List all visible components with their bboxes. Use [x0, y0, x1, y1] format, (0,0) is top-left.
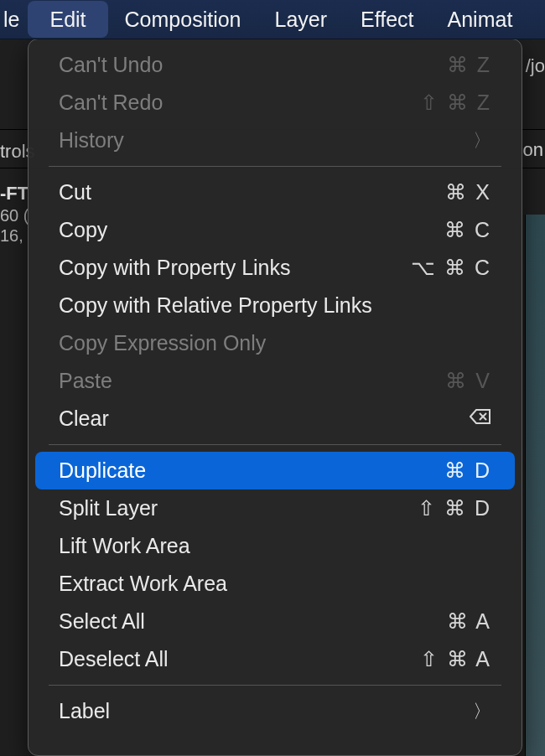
menu-layer[interactable]: Layer [258, 1, 345, 38]
menu-item-label: Copy with Relative Property Links [59, 293, 491, 318]
panel-tab-right-partial: on [523, 139, 543, 161]
menu-item-label: Can't Undo [59, 53, 447, 77]
viewer-strip [525, 215, 545, 756]
menu-item-lift-work-area[interactable]: Lift Work Area [35, 527, 515, 565]
menu-item-label: Split Layer [59, 496, 418, 520]
menu-item-label-submenu[interactable]: Label 〉 [35, 692, 515, 730]
menu-item-label: Duplicate [59, 458, 444, 483]
menu-effect[interactable]: Effect [344, 1, 430, 38]
menu-item-copy-relative-links[interactable]: Copy with Relative Property Links [35, 287, 515, 324]
menu-item-redo: Can't Redo ⇧ ⌘ Z [35, 84, 515, 122]
menu-file-partial[interactable]: le [3, 1, 28, 38]
menu-item-label: Cut [59, 180, 445, 205]
clear-icon [470, 408, 491, 430]
menu-item-label: Extract Work Area [59, 572, 491, 596]
menu-item-shortcut: ⌘ D [444, 458, 491, 483]
menu-item-label: Paste [59, 369, 445, 393]
menu-animation-partial[interactable]: Animat [431, 1, 513, 38]
menu-composition[interactable]: Composition [108, 1, 258, 38]
menu-item-shortcut: ⌘ V [445, 369, 491, 393]
menu-item-label: Clear [59, 406, 470, 431]
menu-item-copy-expression: Copy Expression Only [35, 324, 515, 362]
menu-item-deselect-all[interactable]: Deselect All ⇧ ⌘ A [35, 640, 515, 678]
menu-item-shortcut: ⌘ C [444, 218, 491, 242]
menu-item-undo: Can't Undo ⌘ Z [35, 46, 515, 84]
menu-edit[interactable]: Edit [28, 1, 107, 38]
menu-item-label: History [59, 128, 473, 153]
left-panel-60-partial: 60 ( [0, 206, 29, 225]
edit-menu-dropdown: Can't Undo ⌘ Z Can't Redo ⇧ ⌘ Z History … [28, 39, 522, 756]
chevron-right-icon: 〉 [473, 699, 491, 724]
menu-separator [49, 166, 501, 167]
menu-item-label: Lift Work Area [59, 534, 491, 558]
menu-item-shortcut: ⌥ ⌘ C [411, 256, 491, 280]
menu-item-shortcut: ⇧ ⌘ A [420, 647, 491, 671]
menu-item-select-all[interactable]: Select All ⌘ A [35, 603, 515, 640]
titlebar-path-partial: /jo [526, 55, 545, 77]
menu-item-shortcut: ⇧ ⌘ Z [420, 91, 491, 115]
menu-item-extract-work-area[interactable]: Extract Work Area [35, 565, 515, 603]
menu-bar: le Edit Composition Layer Effect Animat [0, 0, 545, 39]
menu-item-label: Copy [59, 218, 444, 242]
menu-item-label: Copy with Property Links [59, 256, 411, 280]
menu-item-clear[interactable]: Clear [35, 400, 515, 438]
menu-item-paste: Paste ⌘ V [35, 362, 515, 400]
menu-item-shortcut: ⌘ A [447, 609, 491, 634]
menu-separator [49, 444, 501, 445]
menu-item-history: History 〉 [35, 122, 515, 159]
menu-separator [49, 685, 501, 686]
left-panel-16-partial: 16, [0, 226, 23, 246]
menu-item-shortcut: ⇧ ⌘ D [418, 496, 491, 520]
menu-item-copy[interactable]: Copy ⌘ C [35, 211, 515, 249]
menu-item-label: Copy Expression Only [59, 331, 491, 355]
menu-item-shortcut: ⌘ Z [447, 53, 491, 77]
left-panel-ft-partial: -FT [0, 183, 29, 205]
chevron-right-icon: 〉 [473, 128, 491, 153]
menu-item-copy-property-links[interactable]: Copy with Property Links ⌥ ⌘ C [35, 249, 515, 287]
menu-item-label: Deselect All [59, 647, 420, 671]
menu-item-cut[interactable]: Cut ⌘ X [35, 173, 515, 211]
menu-item-shortcut: ⌘ X [445, 180, 491, 205]
menu-item-label: Select All [59, 609, 447, 634]
menu-item-label: Can't Redo [59, 91, 420, 115]
menu-item-duplicate[interactable]: Duplicate ⌘ D [35, 452, 515, 489]
menu-item-split-layer[interactable]: Split Layer ⇧ ⌘ D [35, 489, 515, 527]
menu-item-label: Label [59, 699, 473, 723]
